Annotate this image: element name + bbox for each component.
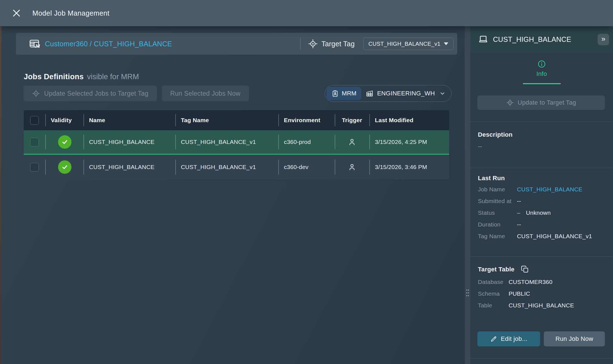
content-stage: M Customer360 / CUST_HIGH_BALANCE Target… xyxy=(0,26,613,364)
person-icon xyxy=(348,163,356,172)
target-table-heading-row: Target Table xyxy=(478,265,529,274)
status-value: Unknown xyxy=(526,210,551,216)
panel-actions: Edit job... Run Job Now xyxy=(477,331,605,346)
job-tag-name: CUST_HIGH_BALANCE_v1 xyxy=(181,164,256,170)
toolbar-divider xyxy=(300,38,301,50)
role-badge: MRM xyxy=(327,87,361,100)
description-heading: Description xyxy=(478,131,513,138)
col-name: Name xyxy=(89,117,105,124)
close-button[interactable] xyxy=(10,7,23,20)
target-tag-select[interactable]: CUST_HIGH_BALANCE_v1 xyxy=(363,38,454,50)
row-checkbox[interactable] xyxy=(30,163,39,172)
active-tab-underline xyxy=(523,83,561,84)
target-tag-label: Target Tag xyxy=(321,40,355,48)
col-tag-name: Tag Name xyxy=(181,117,209,124)
validity-check-icon xyxy=(58,135,71,149)
breadcrumb-bar: M Customer360 / CUST_HIGH_BALANCE Target… xyxy=(16,33,457,55)
page-title: Model Job Management xyxy=(32,9,109,17)
target-icon xyxy=(506,99,514,107)
table-row[interactable]: CUST_HIGH_BALANCE CUST_HIGH_BALANCE_v1 c… xyxy=(24,130,449,155)
job-name: CUST_HIGH_BALANCE xyxy=(89,164,154,170)
detail-row: Status – Unknown xyxy=(478,210,607,216)
target-icon xyxy=(308,39,318,49)
info-icon xyxy=(537,60,546,68)
tab-info[interactable]: Info xyxy=(519,60,564,78)
id-badge-icon xyxy=(331,90,339,97)
role-warehouse-select[interactable]: MRM ENGINEERING_WH xyxy=(325,85,452,102)
person-icon xyxy=(348,138,356,146)
section-divider xyxy=(470,121,613,122)
last-run-heading: Last Run xyxy=(478,175,505,182)
job-name: CUST_HIGH_BALANCE xyxy=(89,139,154,145)
table-header-row: Validity Name Tag Name Environment Trigg… xyxy=(24,110,449,130)
tab-info-label: Info xyxy=(537,70,547,78)
topbar: Model Job Management xyxy=(0,0,613,26)
detail-row: Schema PUBLIC xyxy=(478,291,607,297)
section-divider xyxy=(470,256,613,257)
description-value: -- xyxy=(478,143,482,150)
jobs-definitions-heading: Jobs Definitions visible for MRM xyxy=(24,73,139,81)
update-selected-jobs-button[interactable]: Update Selected Jobs to Target Tag xyxy=(23,86,157,101)
pencil-icon xyxy=(490,336,497,343)
copy-icon xyxy=(521,265,529,274)
target-tag-group: Target Tag CUST_HIGH_BALANCE_v1 xyxy=(300,38,454,50)
caret-down-icon xyxy=(444,42,448,45)
col-validity: Validity xyxy=(51,117,72,124)
run-selected-jobs-button[interactable]: Run Selected Jobs Now xyxy=(162,86,249,101)
jobs-actions-row: Update Selected Jobs to Target Tag Run S… xyxy=(23,85,452,102)
panel-tabs: Info xyxy=(470,52,613,86)
model-job-management-window: Model Job Management M Customer360 / CUS… xyxy=(0,0,613,364)
warehouse-label: ENGINEERING_WH xyxy=(377,90,435,97)
target-table-heading: Target Table xyxy=(478,266,514,273)
job-last-modified: 3/15/2026, 4:25 PM xyxy=(375,139,427,145)
section-divider xyxy=(470,358,613,359)
details-panel-header: CUST_HIGH_BALANCE » xyxy=(470,26,613,52)
role-label: MRM xyxy=(342,90,356,97)
detail-row: Job Name CUST_HIGH_BALANCE xyxy=(478,186,607,192)
svg-text:M: M xyxy=(35,44,40,49)
last-run-details: Job Name CUST_HIGH_BALANCE Submitted at … xyxy=(478,186,607,239)
model-table-icon: M xyxy=(29,38,40,49)
edit-job-button[interactable]: Edit job... xyxy=(477,331,540,346)
detail-row: Duration -- xyxy=(478,221,607,228)
details-panel: CUST_HIGH_BALANCE » Info Update xyxy=(470,26,613,364)
table-row[interactable]: CUST_HIGH_BALANCE CUST_HIGH_BALANCE_v1 c… xyxy=(24,155,449,179)
double-chevron-right-icon: » xyxy=(601,35,605,42)
chevron-down-icon xyxy=(439,90,446,97)
row-checkbox[interactable] xyxy=(30,138,39,146)
grip-dots-icon xyxy=(466,289,469,297)
copy-button[interactable] xyxy=(521,265,529,274)
laptop-icon xyxy=(478,34,488,44)
job-last-modified: 3/15/2026, 3:46 PM xyxy=(375,164,427,170)
jobs-definitions-subtitle: visible for MRM xyxy=(87,73,139,81)
validity-check-icon xyxy=(58,160,71,174)
panel-resize-handle[interactable] xyxy=(465,26,470,364)
select-all-checkbox[interactable] xyxy=(30,116,39,125)
update-to-target-tag-button[interactable]: Update to Target Tag xyxy=(477,95,605,110)
collapse-panel-button[interactable]: » xyxy=(598,34,609,45)
target-table-details: Database CUSTOMER360 Schema PUBLIC Table… xyxy=(478,279,607,308)
job-environment: c360-dev xyxy=(284,164,308,170)
detail-row: Tag Name CUST_HIGH_BALANCE_v1 xyxy=(478,233,607,239)
section-divider xyxy=(470,168,613,168)
detail-row: Table CUST_HIGH_BALANCE xyxy=(478,302,607,308)
last-run-job-link[interactable]: CUST_HIGH_BALANCE xyxy=(517,186,582,192)
detail-row: Submitted at -- xyxy=(478,198,607,204)
target-tag-value: CUST_HIGH_BALANCE_v1 xyxy=(368,41,440,47)
warehouse-group: ENGINEERING_WH xyxy=(365,89,435,98)
col-trigger: Trigger xyxy=(342,117,362,124)
jobs-definitions-title: Jobs Definitions xyxy=(24,73,84,81)
job-environment: c360-prod xyxy=(284,139,311,145)
breadcrumb[interactable]: Customer360 / CUST_HIGH_BALANCE xyxy=(45,40,172,48)
close-icon xyxy=(12,8,21,18)
col-environment: Environment xyxy=(284,117,320,124)
warehouse-icon xyxy=(365,89,374,98)
left-edge-strip xyxy=(0,26,1,364)
detail-row: Database CUSTOMER360 xyxy=(478,279,607,285)
col-last-modified: Last Modified xyxy=(375,117,413,124)
run-job-now-button[interactable]: Run Job Now xyxy=(544,331,605,346)
jobs-table: Validity Name Tag Name Environment Trigg… xyxy=(24,110,449,179)
panel-title: CUST_HIGH_BALANCE xyxy=(493,35,571,44)
job-tag-name: CUST_HIGH_BALANCE_v1 xyxy=(181,139,256,145)
target-icon xyxy=(32,89,40,98)
